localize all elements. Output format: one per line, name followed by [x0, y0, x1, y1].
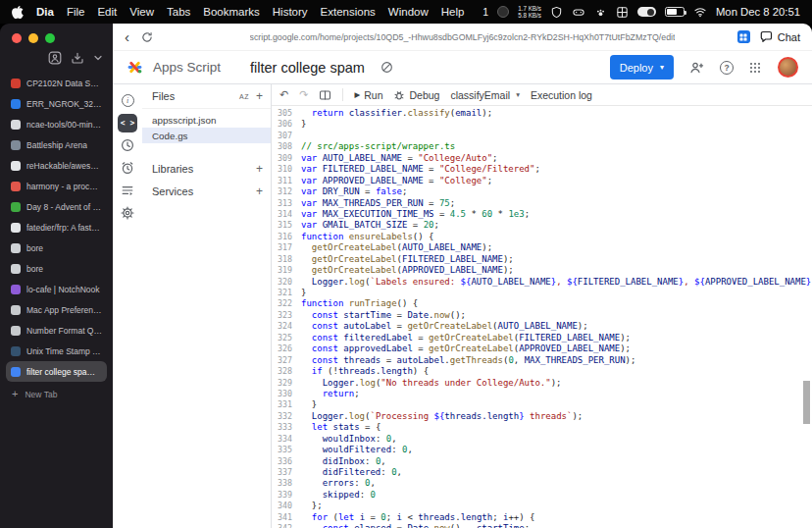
menubar-clock[interactable]: Mon Dec 8 20:51 [716, 6, 800, 18]
code-line[interactable]: 325 const filteredLabel = getOrCreateLab… [272, 333, 812, 343]
zoom-window-button[interactable] [45, 33, 55, 43]
controller-icon[interactable] [572, 6, 585, 19]
deploy-button[interactable]: Deploy ▾ [610, 55, 674, 79]
product-name[interactable]: Apps Script [153, 60, 221, 75]
google-apps-grid-icon[interactable] [749, 62, 761, 74]
code-line[interactable]: 323 const startTime = Date.now(); [272, 310, 812, 321]
network-speed-indicator[interactable]: 1.7 KB/s 5.8 KB/s [518, 5, 541, 20]
code-line[interactable]: 326 const approvedLabel = getOrCreateLab… [272, 343, 812, 354]
sidebar-tab[interactable]: Number Format Query [6, 320, 107, 341]
code-line[interactable]: 327 const threads = autoLabel.getThreads… [272, 355, 812, 366]
menu-item-bookmarks[interactable]: Bookmarks [203, 6, 260, 18]
menu-item-history[interactable]: History [273, 6, 308, 18]
toggle-switch-icon[interactable] [637, 7, 656, 17]
code-line[interactable]: 321} [272, 288, 812, 298]
sidebar-tab[interactable]: CP2102N Data Sheet [6, 73, 107, 93]
code-line[interactable]: 309var AUTO_LABEL_NAME = "College/Auto"; [272, 153, 812, 164]
sidebar-tab[interactable]: bore [6, 258, 107, 279]
code-line[interactable]: 331 } [272, 399, 812, 410]
run-button[interactable]: ▶ Run [354, 89, 382, 101]
sidebar-tab[interactable]: Day 8 - Advent of Code… [6, 196, 107, 217]
menubar-app-name[interactable]: Dia [36, 6, 54, 18]
extension-badge-icon[interactable] [737, 30, 750, 43]
sidebar-tab[interactable]: reHackable/awesome-re… [6, 155, 107, 176]
code-line[interactable]: 313var MAX_THREADS_PER_RUN = 75; [272, 198, 812, 209]
project-title[interactable]: filter college spam [250, 60, 365, 76]
execution-log-button[interactable]: Execution log [531, 89, 592, 101]
sidebar-tab[interactable]: ncae-tools/00-mini-ha… [6, 114, 107, 134]
code-line[interactable]: 308// src/apps-script/wrapper.ts [272, 141, 812, 152]
sidebar-tab[interactable]: bore [6, 238, 107, 258]
menu-item-file[interactable]: File [67, 6, 85, 18]
code-line[interactable]: 318 getOrCreateLabel(FILTERED_LABEL_NAME… [272, 254, 812, 265]
account-avatar[interactable] [778, 57, 798, 78]
code-line[interactable]: 324 const autoLabel = getOrCreateLabel(A… [272, 321, 812, 332]
triggers-icon[interactable] [118, 161, 137, 175]
add-icon[interactable]: + [256, 163, 263, 175]
status-app-icon[interactable] [497, 6, 509, 18]
undo-icon[interactable]: ↶ [279, 89, 288, 100]
code-area[interactable]: 305 return classifier.classify(email);30… [272, 106, 812, 528]
sidebar-tab[interactable]: fatedier/frp: A fast reve… [6, 217, 107, 238]
menu-item-help[interactable]: Help [441, 6, 465, 18]
back-icon[interactable]: ‹ [125, 29, 129, 44]
code-line[interactable]: 306} [272, 119, 812, 130]
new-tab-button[interactable]: + New Tab [6, 384, 107, 404]
code-line[interactable]: 312var DRY_RUN = false; [272, 186, 812, 197]
code-line[interactable]: 311var APPROVED_LABEL_NAME = "College"; [272, 176, 812, 186]
code-line[interactable]: 315var GMAIL_BATCH_SIZE = 20; [272, 220, 812, 231]
share-person-add-icon[interactable] [689, 61, 704, 75]
code-line[interactable]: 334 wouldInbox: 0, [272, 434, 812, 445]
settings-gear-icon[interactable] [118, 206, 137, 220]
section-services[interactable]: Services+ [142, 180, 271, 202]
code-line[interactable]: 330 return; [272, 389, 812, 399]
code-line[interactable]: 322function runTriage() { [272, 298, 812, 309]
code-line[interactable]: 338 errors: 0, [272, 478, 812, 489]
battery-icon[interactable] [665, 7, 685, 17]
sidebar-tab[interactable]: ERR_NGROK_3200 - T… [6, 93, 107, 114]
code-line[interactable]: 317 getOrCreateLabel(AUTO_LABEL_NAME); [272, 242, 812, 253]
file-item[interactable]: Code.gs [142, 128, 271, 143]
sidebar-tab[interactable]: lo-cafe | NotchNook [6, 279, 107, 299]
add-file-icon[interactable]: + [256, 90, 263, 102]
paw-icon[interactable] [594, 6, 607, 19]
redo-icon[interactable]: ↷ [299, 89, 308, 100]
sort-files-icon[interactable]: AZ [239, 93, 249, 100]
downloads-tray-icon[interactable] [71, 51, 84, 65]
add-icon[interactable]: + [256, 185, 263, 197]
code-line[interactable]: 337 didFiltered: 0, [272, 467, 812, 478]
executions-icon[interactable] [118, 184, 137, 197]
menu-item-extensions[interactable]: Extensions [321, 6, 376, 18]
code-line[interactable]: 307 [272, 131, 812, 141]
project-history-icon[interactable] [118, 138, 137, 152]
file-item[interactable]: appsscript.json [142, 112, 271, 128]
code-line[interactable]: 341 for (let i = 0; i < threads.length; … [272, 512, 812, 523]
help-icon[interactable]: ? [720, 61, 734, 75]
code-line[interactable]: 342 const elapsed = Date.now() - startTi… [272, 523, 812, 528]
code-line[interactable]: 339 skipped: 0 [272, 490, 812, 501]
menu-item-view[interactable]: View [129, 6, 154, 18]
grid-cube-icon[interactable] [616, 6, 629, 19]
code-line[interactable]: 319 getOrCreateLabel(APPROVED_LABEL_NAME… [272, 265, 812, 276]
menu-item-tabs[interactable]: Tabs [167, 6, 190, 18]
menu-item-window[interactable]: Window [388, 6, 429, 18]
sidebar-tab[interactable]: filter college spam - Pro… [6, 361, 107, 382]
function-dropdown[interactable]: classifyEmail ▾ [450, 89, 519, 101]
format-panel-icon[interactable] [319, 89, 331, 101]
code-line[interactable]: 336 didInbox: 0, [272, 456, 812, 467]
editor-icon[interactable]: < > [118, 116, 137, 130]
code-line[interactable]: 333 let stats = { [272, 422, 812, 433]
sidebar-tab[interactable]: Mac App Preferences [6, 299, 107, 320]
section-libraries[interactable]: Libraries+ [142, 157, 271, 180]
code-line[interactable]: 316function ensureLabels() { [272, 232, 812, 242]
chevron-down-icon[interactable] [93, 53, 103, 63]
code-line[interactable]: 340 }; [272, 501, 812, 511]
code-line[interactable]: 332 Logger.log(`Processing ${threads.len… [272, 411, 812, 422]
code-line[interactable]: 329 Logger.log("No threads under College… [272, 378, 812, 389]
overview-icon[interactable]: i [118, 93, 137, 107]
close-window-button[interactable] [12, 33, 22, 43]
code-line[interactable]: 305 return classifier.classify(email); [272, 108, 812, 119]
wifi-icon[interactable] [693, 6, 707, 18]
editor-scrollbar[interactable] [803, 381, 810, 424]
debug-button[interactable]: Debug [393, 89, 439, 101]
